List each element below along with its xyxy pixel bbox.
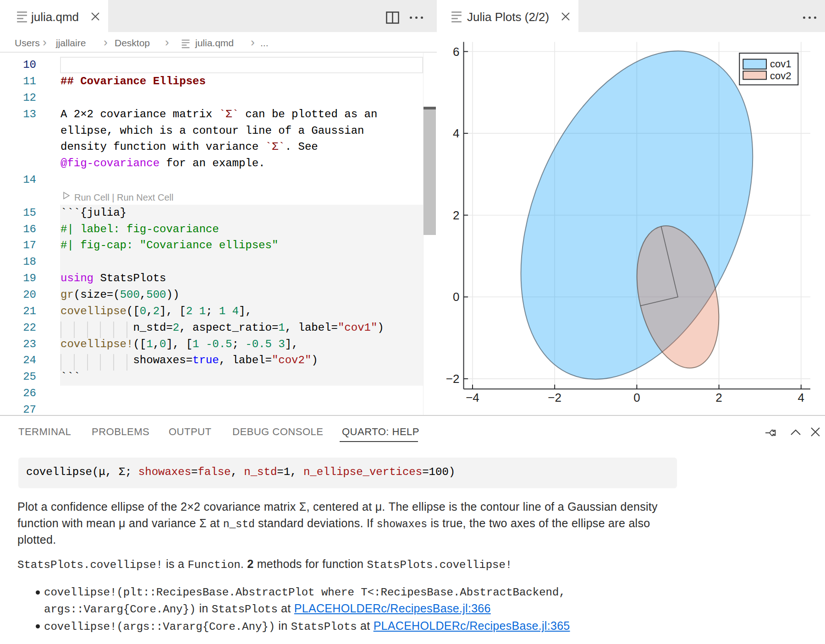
svg-text:2: 2 <box>715 391 722 404</box>
svg-text:cov2: cov2 <box>770 70 791 82</box>
svg-text:−2: −2 <box>446 372 460 386</box>
svg-text:6: 6 <box>453 45 459 59</box>
svg-text:2: 2 <box>453 208 459 222</box>
svg-text:4: 4 <box>453 126 459 140</box>
svg-text:cov1: cov1 <box>770 58 791 70</box>
svg-text:−4: −4 <box>466 391 479 404</box>
svg-text:0: 0 <box>453 290 459 304</box>
svg-text:4: 4 <box>798 391 804 404</box>
svg-text:0: 0 <box>633 391 640 404</box>
svg-text:−2: −2 <box>548 391 561 404</box>
